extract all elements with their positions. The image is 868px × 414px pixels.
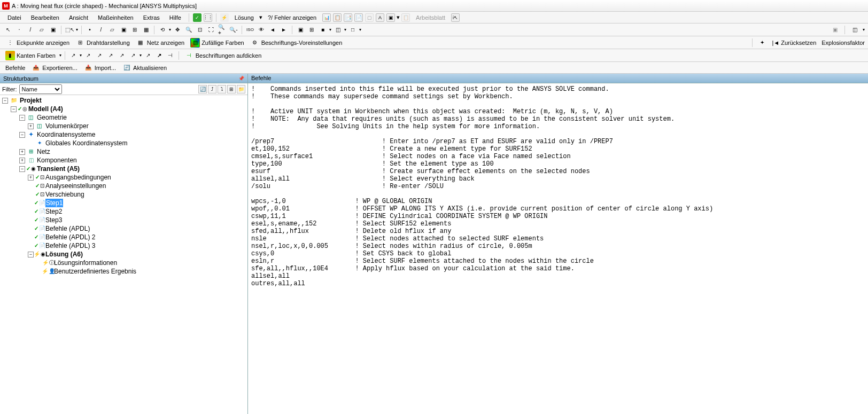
tree-step1[interactable]: Step1 bbox=[45, 199, 63, 207]
befehle-button[interactable]: Befehle bbox=[3, 64, 27, 72]
edge-icon[interactable]: / bbox=[96, 25, 106, 35]
netz-anzeigen-button[interactable]: ▦Netz anzeigen bbox=[134, 37, 187, 48]
exportieren-button[interactable]: 📤Exportieren... bbox=[29, 63, 79, 73]
dropdown-icon[interactable]: ▾ bbox=[863, 27, 865, 32]
next-view-icon[interactable]: ► bbox=[279, 25, 289, 35]
dropdown-icon[interactable]: ▾ bbox=[344, 27, 346, 32]
check-icon[interactable]: ✓ bbox=[193, 13, 201, 22]
edge-style-4-icon[interactable]: ↗ bbox=[106, 51, 115, 60]
expand-icon[interactable]: − bbox=[19, 166, 25, 172]
edge-style-7-icon[interactable]: ↗ bbox=[143, 51, 153, 60]
code-editor[interactable]: ! Commands inserted into this file will … bbox=[248, 83, 868, 414]
tree-modell[interactable]: Modell (A4) bbox=[28, 105, 63, 113]
filter-icon-3[interactable]: ⤵ bbox=[218, 85, 226, 93]
pin-icon[interactable]: 📌 bbox=[238, 76, 244, 81]
tree-transient[interactable]: Transient (A5) bbox=[37, 165, 80, 173]
node-icon[interactable]: ⊞ bbox=[130, 25, 140, 35]
tool-icon-6[interactable]: A bbox=[376, 13, 384, 22]
tree-step2[interactable]: Step2 bbox=[45, 207, 62, 216]
zoom-fit-icon[interactable]: ⛶ bbox=[206, 25, 216, 35]
expand-icon[interactable]: + bbox=[19, 158, 25, 163]
box-select-icon[interactable]: ⬚↖ bbox=[65, 25, 74, 35]
tool-icon-7[interactable]: ▣ bbox=[386, 13, 395, 22]
tree-geometrie[interactable]: Geometrie bbox=[37, 113, 67, 122]
dropdown-icon[interactable]: ▾ bbox=[80, 53, 82, 58]
select-edge-icon[interactable]: / bbox=[26, 25, 35, 35]
expand-icon[interactable]: + bbox=[28, 175, 34, 181]
kanten-farben-button[interactable]: ▮Kanten Farben bbox=[3, 50, 58, 61]
tree-komponenten[interactable]: Komponenten bbox=[37, 156, 77, 165]
tool-icon-3[interactable]: 📑 bbox=[344, 13, 352, 22]
menu-fehler-anzeigen[interactable]: ?/ Fehler anzeigen bbox=[264, 13, 321, 22]
expand-icon[interactable]: + bbox=[19, 149, 25, 155]
tree-koordinatensysteme[interactable]: Koordinatensysteme bbox=[37, 130, 95, 139]
menu-extras[interactable]: Extras bbox=[139, 13, 164, 22]
dropdown-icon[interactable]: ▾ bbox=[397, 14, 400, 21]
display-style-icon[interactable]: ▣ bbox=[296, 25, 305, 35]
expand-icon[interactable]: − bbox=[28, 252, 34, 257]
menu-hilfe[interactable]: Hilfe bbox=[165, 13, 185, 22]
tree-benutzerdefiniert[interactable]: Benutzerdefiniertes Ergebnis bbox=[54, 267, 136, 276]
pan-icon[interactable]: ✥ bbox=[173, 25, 182, 35]
expand-icon[interactable]: − bbox=[11, 106, 17, 112]
dropdown-icon[interactable]: ▾ bbox=[359, 27, 361, 32]
vertex-icon[interactable]: • bbox=[85, 25, 95, 35]
tool-icon-4[interactable]: 📄 bbox=[354, 13, 363, 22]
body-icon[interactable]: ▣ bbox=[119, 25, 128, 35]
tree-analyseeinstellungen[interactable]: Analyseeinstellungen bbox=[45, 182, 106, 190]
menu-datei[interactable]: Datei bbox=[3, 13, 26, 22]
info-cursor-icon[interactable]: i↖ bbox=[451, 13, 460, 22]
dropdown-icon[interactable]: ▾ bbox=[76, 27, 78, 32]
prev-view-icon[interactable]: ◄ bbox=[268, 25, 277, 35]
iso-icon[interactable]: ISO bbox=[245, 25, 255, 35]
expand-icon[interactable]: − bbox=[19, 115, 25, 121]
zufaellige-button[interactable]: ▨Zufällige Farben bbox=[188, 37, 246, 48]
dropdown-icon[interactable]: ▾ bbox=[59, 53, 61, 58]
select-face-icon[interactable]: ▱ bbox=[37, 25, 46, 35]
menu-ansicht[interactable]: Ansicht bbox=[65, 13, 92, 22]
tool-icon-5[interactable]: ▢ bbox=[365, 13, 374, 22]
beschriftungen-aufdicken-button[interactable]: ⊣Beschriftungen aufdicken bbox=[182, 50, 264, 61]
tree-verschiebung[interactable]: Verschiebung bbox=[45, 190, 84, 199]
tree-befehle-apdl2[interactable]: Befehle (APDL) 2 bbox=[45, 233, 95, 241]
edge-style-2-icon[interactable]: ↗ bbox=[83, 51, 93, 60]
view-icon-right2[interactable]: ◫ bbox=[850, 25, 859, 35]
element-icon[interactable]: ▦ bbox=[141, 25, 151, 35]
dropdown-icon[interactable]: ▾ bbox=[140, 53, 142, 58]
thicken-icon[interactable]: ⊣ bbox=[166, 51, 175, 60]
shade-icon[interactable]: ■ bbox=[318, 25, 328, 35]
aktualisieren-button[interactable]: 🔄Aktualisieren bbox=[120, 63, 169, 73]
probe-icon[interactable]: ↗ bbox=[154, 51, 164, 60]
dropdown-icon[interactable]: ▾ bbox=[169, 27, 171, 32]
tool-icon-2[interactable]: 📋 bbox=[333, 13, 342, 22]
tree-ausgangsbedingungen[interactable]: Ausgangsbedingungen bbox=[45, 173, 111, 182]
filter-icon-5[interactable]: 📁 bbox=[237, 85, 245, 93]
edge-style-3-icon[interactable]: ↗ bbox=[95, 51, 104, 60]
expand-icon[interactable]: + bbox=[28, 123, 34, 129]
tree-loesungsinfo[interactable]: Lösungsinformationen bbox=[54, 259, 117, 267]
tree-globales-ks[interactable]: Globales Koordinatensystem bbox=[45, 139, 127, 147]
select-body-icon[interactable]: ▣ bbox=[48, 25, 58, 35]
dropdown-icon[interactable]: ▾ bbox=[329, 27, 331, 32]
tree-netz[interactable]: Netz bbox=[37, 147, 50, 156]
zuruecksetzen-button[interactable]: |◄Zurücksetzen bbox=[770, 39, 819, 46]
face-icon[interactable]: ▱ bbox=[107, 25, 117, 35]
expand-icon[interactable]: − bbox=[19, 132, 25, 138]
filter-icon-4[interactable]: ⊞ bbox=[227, 85, 236, 93]
filter-icon-2[interactable]: ⤴ bbox=[208, 85, 216, 93]
tree-befehle-apdl3[interactable]: Befehle (APDL) 3 bbox=[45, 241, 95, 250]
filter-icon-1[interactable]: 🔄 bbox=[198, 85, 207, 93]
rotate-icon[interactable]: ⟲ bbox=[158, 25, 167, 35]
view-icon-right1[interactable]: ▣ bbox=[830, 25, 840, 35]
wireframe-icon[interactable]: ⊞ bbox=[307, 25, 316, 35]
edge-style-5-icon[interactable]: ↗ bbox=[117, 51, 127, 60]
explode-icon[interactable]: ✦ bbox=[757, 38, 767, 48]
edge-style-6-icon[interactable]: ↗ bbox=[128, 51, 138, 60]
eckpunkte-button[interactable]: ⋮Eckpunkte anzeigen bbox=[3, 37, 72, 48]
drahtdarstellung-button[interactable]: ⊞Drahtdarstellung bbox=[73, 37, 132, 48]
edge-style-1-icon[interactable]: ↗ bbox=[68, 51, 78, 60]
filter-select[interactable]: Name bbox=[19, 84, 62, 94]
import-button[interactable]: 📥Import... bbox=[81, 63, 118, 73]
menu-masseinheiten[interactable]: Maßeinheiten bbox=[94, 13, 138, 22]
bolt-icon[interactable]: ⚡ bbox=[220, 13, 229, 22]
